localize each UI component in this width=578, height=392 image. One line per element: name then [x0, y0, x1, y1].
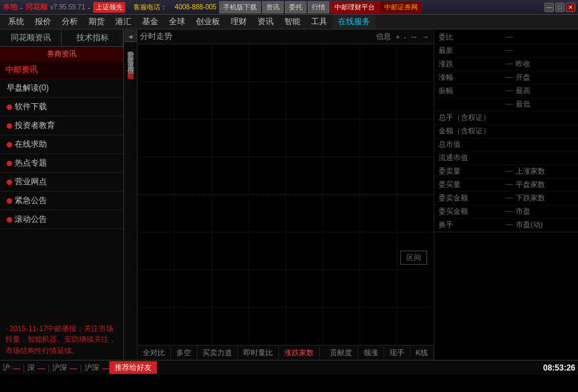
content-area: ◄ 分时走势 技术分析 大盘资讯 自选报价 综合排名 分时走势 信息 + - ↔… — [124, 29, 578, 360]
chart-zoom-in[interactable]: + — [394, 33, 402, 41]
nav-technical[interactable]: 技术分析 — [125, 48, 136, 54]
info-row-total-cap: 总市值 — [435, 138, 578, 151]
info-row-sell-amt: 委卖金额 — 下跌家数 — [435, 192, 578, 205]
sh-label: 沪 — [3, 363, 10, 373]
chart-zoom-out[interactable]: - — [402, 33, 408, 41]
shsz2-val: — — [102, 364, 109, 372]
tab-buy-sell-power[interactable]: 买卖力道 — [197, 346, 238, 359]
menu-tools[interactable]: 工具 — [306, 15, 333, 29]
chart-title: 分时走势 — [140, 31, 376, 42]
turnover-val: — — [506, 220, 513, 230]
shsz2-label: 沪深 — [84, 363, 99, 373]
info-row-low: — 最低 — [435, 98, 578, 111]
menu-quote[interactable]: 报价 — [30, 15, 56, 29]
phone-label: 客服电话： — [133, 3, 167, 12]
menu-system[interactable]: 系统 — [3, 15, 30, 29]
nav-market-info[interactable]: 大盘资讯 — [125, 54, 136, 59]
menu-investor-education[interactable]: 投资者教育 — [0, 117, 123, 135]
menu-futures[interactable]: 期货 — [83, 15, 110, 29]
mobile-download-btn[interactable]: 手机版下载 — [219, 1, 261, 13]
menu-global[interactable]: 全球 — [164, 15, 190, 29]
info-row-total-vol: 总手（含权证） — [435, 111, 578, 125]
pct-val: — — [506, 72, 513, 82]
tab-kline[interactable]: K线 — [410, 346, 434, 359]
tab-contribution[interactable]: 贡献度 — [325, 346, 358, 359]
sell-amt-val: — — [506, 193, 513, 203]
rise-count-key: 上涨家数 — [516, 166, 578, 176]
tab-current[interactable]: 现手 — [384, 346, 410, 359]
circ-cap-val — [506, 153, 574, 163]
tab-rise-fall-count[interactable]: 涨跌家数 — [279, 346, 320, 359]
pe-key: 市盈 — [516, 206, 578, 216]
center-chart-area: 分时走势 信息 + - ↔ → 区间 全对比 多空 买卖力道 即时量比 涨跌家数… — [137, 29, 434, 360]
info-btn[interactable]: 资讯 — [262, 1, 284, 13]
chart-forward[interactable]: → — [420, 33, 431, 41]
menu-urgent-notice[interactable]: 紧急公告 — [0, 192, 123, 210]
menu-hk-fx[interactable]: 港汇 — [110, 15, 137, 29]
market-sz: 深 — — [27, 363, 45, 373]
nav-ranking[interactable]: 综合排名 — [125, 64, 136, 70]
amount-key: 金额（含权证） — [439, 126, 506, 136]
menu-help-label: 在线求助 — [15, 139, 47, 150]
menu-hot-topics[interactable]: 热点专题 — [0, 154, 123, 173]
menu-branches[interactable]: 营业网点 — [0, 173, 123, 192]
menu-dot-icon5 — [7, 180, 12, 185]
menu-wealth[interactable]: 理财 — [225, 15, 252, 29]
titlebar: 本地 - 同花顺 v7.95.59.71 - 上证领先 客服电话： 4008-8… — [0, 0, 578, 15]
menu-fund[interactable]: 基金 — [137, 15, 164, 29]
sz-label: 深 — [27, 363, 35, 373]
info-row-amount: 金额（含权证） — [435, 125, 578, 138]
entrust-btn[interactable]: 委托 — [285, 1, 306, 13]
low-key: 最低 — [516, 99, 578, 109]
menu-chinext[interactable]: 创业板 — [190, 15, 225, 29]
menu-early-morning[interactable]: 早盘解读(0) — [0, 79, 123, 98]
nav-arrow-up[interactable]: ◄ — [125, 30, 137, 42]
tab-tonghuashun-news[interactable]: 同花顺资讯 — [0, 29, 62, 46]
tab-instant-ratio[interactable]: 即时量比 — [238, 346, 279, 359]
menu-online[interactable]: 在线服务 — [333, 15, 375, 29]
close-button[interactable]: ✕ — [566, 3, 575, 12]
menu-dot-icon2 — [7, 123, 12, 129]
financial-platform-btn[interactable]: 中邮理财平台 — [331, 1, 379, 13]
sell-amt-key: 委卖金额 — [439, 193, 506, 203]
sell-vol-val: — — [506, 166, 513, 176]
sell-vol-key: 委卖量 — [439, 166, 506, 176]
menu-analysis[interactable]: 分析 — [56, 15, 83, 29]
menu-early-morning-label: 早盘解读(0) — [7, 82, 49, 94]
sz-val: — — [38, 364, 45, 372]
minimize-button[interactable]: — — [544, 3, 554, 12]
recommend-button[interactable]: 推荐给好友 — [109, 361, 157, 374]
turnover-key: 换手 — [439, 220, 506, 230]
nav-minute-trend[interactable]: 分时走势 — [125, 43, 136, 48]
info-row-buy-amt: 委买金额 — 市盈 — [435, 205, 578, 218]
info-row-buy-vol: 委买量 — 平盘家数 — [435, 178, 578, 192]
maximize-button[interactable]: □ — [555, 3, 565, 12]
menu-dot-icon4 — [7, 161, 12, 166]
phone-number: 4008-888-005 — [175, 3, 217, 11]
info-row-turnover: 换手 — 市盈(动) — [435, 218, 578, 232]
high-key: 最高 — [516, 86, 578, 96]
bottom-tabs: 全对比 多空 买卖力道 即时量比 涨跌家数 贡献度 领涨 现手 K线 — [137, 345, 434, 360]
sidebar-section-title: 中邮资讯 — [0, 62, 123, 79]
tab-comparison[interactable]: 全对比 — [137, 346, 171, 359]
menu-hot-label: 热点专题 — [15, 157, 47, 169]
menu-news[interactable]: 资讯 — [252, 15, 279, 29]
menu-dot-icon7 — [7, 217, 12, 222]
app-name: - — [20, 3, 23, 11]
nav-watchlist[interactable]: 自选报价 — [125, 59, 136, 64]
menu-rolling-notice[interactable]: 滚动公告 — [0, 210, 123, 229]
menu-smart[interactable]: 智能 — [279, 15, 306, 29]
tab-long-short[interactable]: 多空 — [171, 346, 197, 359]
minute-chart-canvas — [137, 44, 434, 345]
menu-software-download[interactable]: 软件下载 — [0, 98, 123, 117]
menu-online-help[interactable]: 在线求助 — [0, 135, 123, 154]
info-row-change: 涨跌 — 昨收 — [435, 58, 578, 71]
menu-branches-label: 营业网点 — [15, 176, 47, 188]
tab-leader[interactable]: 领涨 — [358, 346, 384, 359]
news-ticker[interactable]: · 2015-11-17中邮播报：关注市场抖量，智能机器、安防继续关注，市场结构… — [0, 318, 123, 361]
tab-technical-indicators[interactable]: 技术指标 — [62, 29, 123, 46]
webi-key: 委比 — [439, 32, 506, 42]
market-btn[interactable]: 行情 — [308, 1, 329, 13]
securities-web-btn[interactable]: 中邮证券网 — [380, 1, 422, 13]
chart-expand[interactable]: ↔ — [408, 33, 420, 41]
